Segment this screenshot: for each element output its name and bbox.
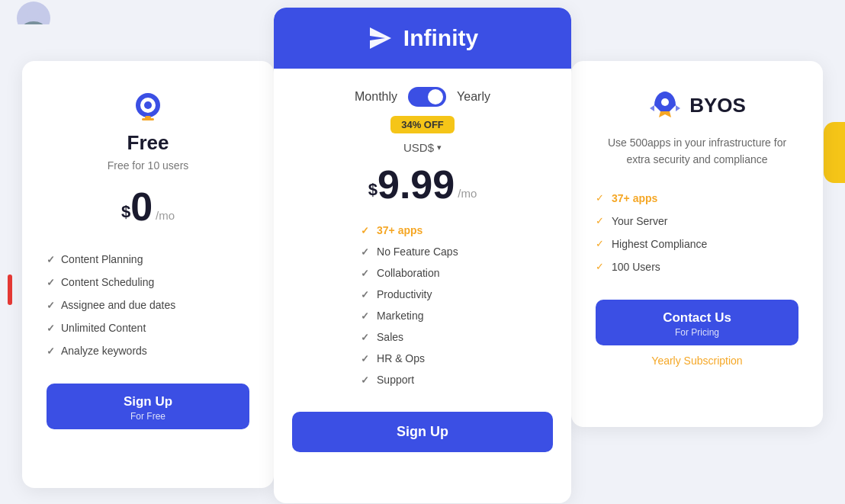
currency-selector[interactable]: USD$ ▾ [403, 141, 442, 154]
partial-avatar [15, 0, 52, 24]
infinity-price-amount: 9.99 [378, 165, 455, 204]
check-icon: ✓ [596, 215, 604, 226]
feature-label: Assignee and due dates [61, 299, 175, 311]
list-item: ✓ No Feature Caps [361, 241, 490, 262]
free-plan-icon [130, 88, 166, 125]
feature-label: HR & Ops [377, 352, 425, 364]
free-price-amount: 0 [130, 187, 153, 226]
check-icon: ✓ [361, 374, 369, 386]
list-item: ✓ Collaboration [361, 262, 490, 284]
list-item: ✓ Productivity [361, 284, 490, 305]
check-icon: ✓ [361, 246, 369, 258]
feature-label: Content Scheduling [61, 276, 154, 288]
feature-label: No Feature Caps [377, 246, 458, 258]
check-icon: ✓ [361, 353, 369, 364]
byos-description: Use 500apps in your infrastructure for e… [596, 134, 798, 169]
feature-label: Unlimited Content [61, 322, 146, 334]
free-signup-sublabel: For Free [130, 411, 165, 422]
list-item: ✓ Content Planning [47, 248, 249, 271]
byos-title-row: BYOS [648, 88, 746, 122]
list-item: ✓ Unlimited Content [47, 316, 249, 339]
check-icon: ✓ [47, 345, 55, 357]
svg-point-1 [27, 8, 40, 20]
svg-rect-7 [142, 118, 154, 120]
feature-label: Productivity [377, 288, 432, 300]
list-item: ✓ Highest Compliance [596, 233, 798, 255]
list-item: ✓ Analyze keywords [47, 339, 249, 362]
check-icon: ✓ [47, 277, 55, 288]
byos-contact-label: Contact Us [663, 310, 731, 326]
list-item: ✓ Support [361, 369, 490, 390]
feature-label: Marketing [377, 310, 423, 322]
infinity-header: Infinity [274, 8, 571, 69]
list-item: ✓ HR & Ops [361, 348, 490, 369]
byos-contact-button[interactable]: Contact Us For Pricing [596, 300, 798, 345]
free-plan-card: Free Free for 10 users $ 0 /mo ✓ Content… [22, 61, 274, 488]
infinity-title: Infinity [403, 25, 478, 51]
check-icon: ✓ [361, 268, 369, 279]
feature-label: Analyze keywords [61, 345, 147, 357]
svg-point-9 [661, 98, 669, 106]
check-icon: ✓ [361, 225, 369, 236]
pricing-container: Free Free for 10 users $ 0 /mo ✓ Content… [0, 0, 845, 504]
infinity-body: Monthly Yearly 34% OFF USD$ ▾ $ 9.99 /mo… [327, 69, 518, 412]
svg-point-5 [144, 101, 152, 109]
discount-badge: 34% OFF [390, 116, 455, 133]
free-signup-button[interactable]: Sign Up For Free [47, 384, 249, 429]
list-item: ✓ 37+ apps [596, 187, 798, 210]
byos-contact-sublabel: For Pricing [675, 327, 719, 338]
free-price-period: /mo [156, 209, 175, 222]
list-item: ✓ Marketing [361, 305, 490, 326]
infinity-signup-label: Sign Up [397, 424, 448, 439]
infinity-price-period: /mo [458, 187, 477, 200]
feature-label: 100 Users [612, 261, 660, 273]
feature-label: 37+ apps [377, 224, 422, 236]
free-plan-subtitle: Free for 10 users [108, 159, 189, 172]
billing-toggle[interactable] [408, 87, 446, 107]
feature-label: Support [377, 374, 414, 386]
currency-dropdown-arrow: ▾ [437, 143, 442, 152]
yearly-label: Yearly [457, 90, 490, 104]
infinity-price-row: $ 9.99 /mo [368, 165, 477, 204]
monthly-label: Monthly [355, 90, 397, 104]
check-icon: ✓ [47, 323, 55, 334]
infinity-features-list: ✓ 37+ apps ✓ No Feature Caps ✓ Collabora… [355, 220, 490, 390]
list-item: ✓ 100 Users [596, 255, 798, 278]
free-price-symbol: $ [121, 202, 130, 222]
infinity-icon [367, 24, 394, 52]
list-item: ✓ 37+ apps [361, 220, 490, 241]
check-icon: ✓ [361, 310, 369, 322]
byos-plan-card: BYOS Use 500apps in your infrastructure … [571, 61, 823, 427]
svg-marker-8 [370, 27, 391, 49]
list-item: ✓ Your Server [596, 210, 798, 233]
infinity-price-symbol: $ [368, 180, 378, 200]
free-features-list: ✓ Content Planning ✓ Content Scheduling … [47, 248, 249, 362]
check-icon: ✓ [361, 289, 369, 300]
yellow-orb [824, 122, 845, 183]
list-item: ✓ Assignee and due dates [47, 294, 249, 316]
byos-features-list: ✓ 37+ apps ✓ Your Server ✓ Highest Compl… [596, 187, 798, 278]
byos-yearly-link[interactable]: Yearly Subscription [651, 355, 742, 367]
currency-label: USD$ [403, 141, 434, 154]
free-plan-name: Free [127, 131, 169, 155]
byos-rocket-icon [648, 88, 682, 122]
check-icon: ✓ [361, 332, 369, 343]
billing-toggle-row: Monthly Yearly [355, 87, 490, 107]
byos-title-label: BYOS [689, 94, 746, 117]
feature-label: Content Planning [61, 253, 143, 265]
list-item: ✓ Content Scheduling [47, 271, 249, 294]
infinity-signup-button[interactable]: Sign Up [292, 412, 553, 452]
check-icon: ✓ [596, 261, 604, 272]
feature-label: Highest Compliance [612, 238, 707, 250]
free-price-row: $ 0 /mo [121, 187, 175, 226]
feature-label: Sales [377, 331, 403, 343]
feature-label: Collaboration [377, 267, 440, 279]
feature-label: Your Server [612, 215, 667, 227]
list-item: ✓ Sales [361, 326, 490, 348]
check-icon: ✓ [47, 254, 55, 265]
check-icon: ✓ [47, 300, 55, 311]
check-icon: ✓ [596, 238, 604, 249]
left-accent [8, 274, 12, 305]
check-icon: ✓ [596, 192, 604, 204]
infinity-plan-card: Infinity Monthly Yearly 34% OFF USD$ ▾ $… [274, 8, 571, 503]
